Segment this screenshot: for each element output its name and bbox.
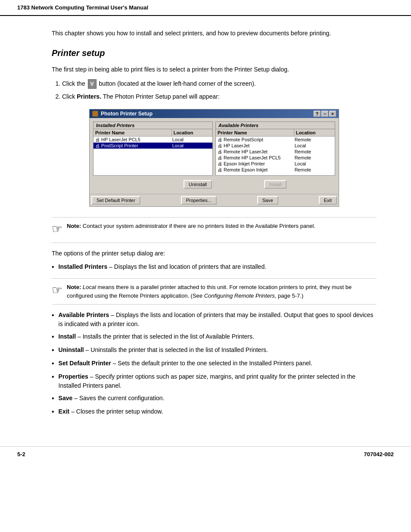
available-item-3[interactable]: 🖨 Remote HP LaserJet PCL5 Remote xyxy=(216,155,335,161)
installed-printers-items: 🖨 HP LaserJet PCL5 Local 🖨 PostScript Pr… xyxy=(93,137,212,175)
properties-button[interactable]: Properties... xyxy=(181,196,217,205)
available-item-4[interactable]: 🖨 Epson Inkjet Printer Local xyxy=(216,161,335,167)
installed-printers-panel: Installed Printers Printer Name Location… xyxy=(93,121,213,176)
page-header: 1783 Network Computing Terminal User's M… xyxy=(0,0,411,16)
dialog-middle-row: Uninstall Install xyxy=(93,178,335,190)
available-item-3-loc: Remote xyxy=(295,155,333,160)
printer-icon-1: 🖨 xyxy=(95,143,100,148)
available-item-3-name: 🖨 Remote HP LaserJet PCL5 xyxy=(218,155,295,160)
note-box-2: ☞ Note: Local means there is a parallel … xyxy=(52,278,377,305)
help-button[interactable]: ? xyxy=(314,111,321,117)
dialog-body: Installed Printers Printer Name Location… xyxy=(90,118,339,194)
installed-item-0[interactable]: 🖨 HP LaserJet PCL5 Local xyxy=(93,137,212,143)
dialog-titlebar: Photon Printer Setup ? – × xyxy=(90,109,339,118)
available-item-1-name: 🖨 HP LaserJet xyxy=(218,143,295,148)
v-button-icon: V xyxy=(88,79,97,89)
avail-printer-icon-3: 🖨 xyxy=(218,155,222,160)
options-intro: The options of the printer setup dialog … xyxy=(52,249,377,258)
available-item-0-loc: Remote xyxy=(295,137,333,142)
option-installed-printers: Installed Printers – Displays the list a… xyxy=(52,262,377,272)
footer-left: 5-2 xyxy=(17,451,25,457)
note-text-2: Note: Local means there is a parallel pr… xyxy=(67,283,377,300)
section-intro: The first step in being able to print fi… xyxy=(52,65,377,74)
options-list: Installed Printers – Displays the list a… xyxy=(52,262,377,272)
uninstall-area: Uninstall xyxy=(94,180,216,189)
dialog-footer: Set Default Printer Properties... Save E… xyxy=(90,194,339,206)
available-item-5-loc: Remote xyxy=(295,167,333,172)
dialog-title: Photon Printer Setup xyxy=(101,111,153,117)
option-save: Save – Saves the current configuration. xyxy=(52,394,377,404)
option-uninstall: Uninstall – Uninstalls the printer that … xyxy=(52,345,377,355)
section-title: Printer setup xyxy=(52,48,377,58)
printers-row: Installed Printers Printer Name Location… xyxy=(93,121,335,176)
option-install: Install – Installs the printer that is s… xyxy=(52,332,377,342)
available-item-2[interactable]: 🖨 Remote HP LaserJet Remote xyxy=(216,149,335,155)
available-col-location: Location xyxy=(294,129,335,136)
note-text-1: Note: Contact your system administrator … xyxy=(67,222,315,230)
close-button[interactable]: × xyxy=(329,111,336,117)
option-properties: Properties – Specify printer options suc… xyxy=(52,372,377,390)
note-icon-1: ☞ xyxy=(52,220,62,238)
installed-item-0-loc: Local xyxy=(172,137,211,142)
exit-button[interactable]: Exit xyxy=(319,196,337,205)
available-item-5[interactable]: 🖨 Remote Epson Inkjet Remote xyxy=(216,167,335,173)
avail-printer-icon-5: 🖨 xyxy=(218,167,222,172)
step-1: Click the V button (located at the lower… xyxy=(62,79,377,89)
note-icon-2: ☞ xyxy=(52,281,62,299)
install-area: Install xyxy=(216,180,334,189)
page-footer: 5-2 707042-002 xyxy=(0,446,411,462)
set-default-button[interactable]: Set Default Printer xyxy=(91,196,140,205)
footer-right: 707042-002 xyxy=(364,451,394,457)
available-printers-header: Available Printers xyxy=(216,122,335,129)
install-button[interactable]: Install xyxy=(264,180,287,189)
step-2: Click Printers. The Photon Printer Setup… xyxy=(62,92,377,101)
option-set-default: Set Default Printer – Sets the default p… xyxy=(52,359,377,369)
printer-icon-0: 🖨 xyxy=(95,137,100,142)
available-item-2-loc: Remote xyxy=(295,149,333,154)
titlebar-left: Photon Printer Setup xyxy=(92,111,153,117)
options-list-continued: Available Printers – Displays the lists … xyxy=(52,311,377,417)
installed-item-1-loc: Local xyxy=(172,143,211,148)
option-exit: Exit – Closes the printer setup window. xyxy=(52,407,377,417)
installed-col-location: Location xyxy=(172,129,212,136)
avail-printer-icon-0: 🖨 xyxy=(218,137,222,142)
available-item-4-loc: Local xyxy=(295,161,333,166)
uninstall-button[interactable]: Uninstall xyxy=(184,180,212,189)
installed-printers-columns: Printer Name Location xyxy=(93,129,212,137)
available-item-1-loc: Local xyxy=(295,143,333,148)
available-item-1[interactable]: 🖨 HP LaserJet Local xyxy=(216,143,335,149)
avail-printer-icon-1: 🖨 xyxy=(218,143,222,148)
installed-item-1-name: 🖨 PostScript Printer xyxy=(95,143,172,148)
available-printers-columns: Printer Name Location xyxy=(216,129,335,137)
available-item-5-name: 🖨 Remote Epson Inkjet xyxy=(218,167,295,172)
save-button[interactable]: Save xyxy=(257,196,278,205)
minimize-button[interactable]: – xyxy=(321,111,328,117)
available-item-0-name: 🖨 Remote PostScript xyxy=(218,137,295,142)
intro-paragraph: This chapter shows you how to install an… xyxy=(52,29,377,38)
steps-list: Click the V button (located at the lower… xyxy=(62,79,377,101)
installed-printers-header: Installed Printers xyxy=(93,122,212,129)
available-printers-items: 🖨 Remote PostScript Remote 🖨 HP LaserJet… xyxy=(216,137,335,175)
avail-printer-icon-2: 🖨 xyxy=(218,149,222,154)
installed-item-1[interactable]: 🖨 PostScript Printer Local xyxy=(93,143,212,149)
titlebar-buttons: ? – × xyxy=(314,111,336,117)
available-col-name: Printer Name xyxy=(216,129,294,136)
available-item-0[interactable]: 🖨 Remote PostScript Remote xyxy=(216,137,335,143)
available-item-2-name: 🖨 Remote HP LaserJet xyxy=(218,149,295,154)
printer-setup-dialog: Photon Printer Setup ? – × Installed Pri… xyxy=(89,109,339,207)
header-title: 1783 Network Computing Terminal User's M… xyxy=(17,4,148,11)
available-item-4-name: 🖨 Epson Inkjet Printer xyxy=(218,161,295,166)
note-box-1: ☞ Note: Contact your system administrato… xyxy=(52,217,377,243)
available-printers-panel: Available Printers Printer Name Location… xyxy=(215,121,335,176)
installed-col-name: Printer Name xyxy=(93,129,172,136)
page-content: This chapter shows you how to install an… xyxy=(0,16,411,433)
option-available-printers: Available Printers – Displays the lists … xyxy=(52,311,377,329)
dialog-app-icon xyxy=(92,111,98,117)
installed-item-0-name: 🖨 HP LaserJet PCL5 xyxy=(95,137,172,142)
avail-printer-icon-4: 🖨 xyxy=(218,161,222,166)
